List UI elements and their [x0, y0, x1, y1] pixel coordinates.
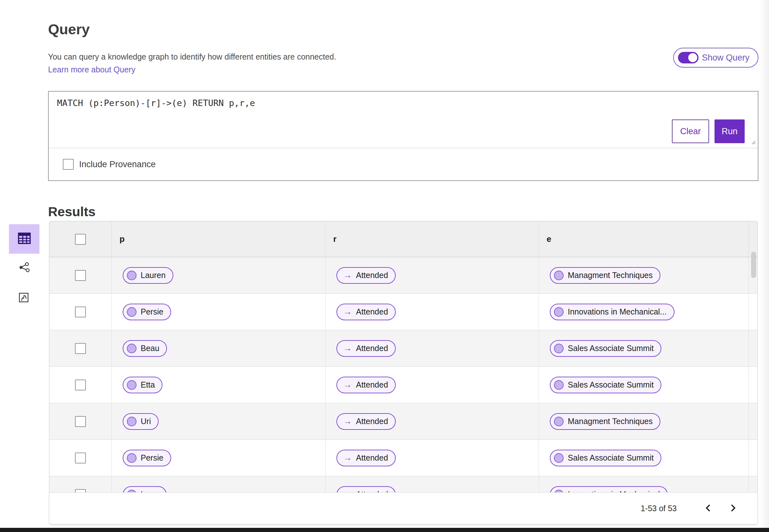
entity-label: Sales Associate Summit [568, 344, 654, 353]
map-view-icon [18, 291, 30, 305]
include-provenance-checkbox[interactable] [63, 159, 74, 170]
entity-pill[interactable]: Sales Associate Summit [550, 377, 661, 393]
entity-pill[interactable]: Persie [123, 304, 171, 320]
row-checkbox[interactable] [75, 489, 86, 493]
window-bottom-bar [0, 528, 769, 532]
toggle-knob [688, 53, 697, 62]
page-description: You can query a knowledge graph to ident… [48, 52, 336, 61]
query-editor[interactable]: MATCH (p:Person)-[r]->(e) RETURN p,r,e [49, 92, 758, 148]
entity-pill[interactable]: Lauren [123, 267, 173, 284]
table-row: Persie →Attended Innovations in Mechanic… [49, 293, 757, 330]
entity-pill[interactable]: Beau [123, 340, 167, 357]
entity-label: Innovations in Mechanical... [568, 307, 667, 316]
entity-dot-icon [127, 490, 136, 493]
entity-pill[interactable]: Innovations in Mechanical [550, 486, 668, 493]
column-header-r: r [325, 234, 336, 244]
table-row: Beau →Attended Sales Associate Summit [49, 330, 757, 366]
show-query-label: Show Query [702, 53, 749, 63]
entity-label: Larry [141, 490, 159, 492]
entity-label: Persie [141, 453, 163, 462]
entity-dot-icon [554, 271, 564, 280]
chevron-left-icon [705, 504, 712, 513]
relation-pill[interactable]: →Attended [336, 450, 396, 466]
graph-view-icon [18, 261, 30, 274]
row-checkbox[interactable] [75, 453, 86, 463]
chevron-right-icon [730, 504, 737, 513]
entity-label: Persie [141, 307, 163, 316]
relation-label: Attended [356, 344, 388, 353]
entity-dot-icon [127, 380, 136, 390]
entity-dot-icon [127, 271, 136, 280]
view-graph-button[interactable] [15, 259, 33, 277]
run-button[interactable]: Run [715, 119, 745, 143]
arrow-right-icon: → [340, 271, 352, 280]
entity-pill[interactable]: Sales Associate Summit [550, 450, 661, 466]
entity-label: Etta [141, 380, 155, 389]
row-checkbox[interactable] [75, 343, 86, 354]
row-checkbox[interactable] [75, 270, 86, 281]
entity-dot-icon [554, 417, 564, 426]
table-scrollbar-thumb[interactable] [751, 252, 756, 278]
table-view-icon [17, 231, 32, 247]
entity-pill[interactable]: Etta [123, 377, 162, 393]
toggle-switch-icon[interactable] [678, 52, 699, 63]
learn-more-link[interactable]: Learn more about Query [48, 65, 135, 74]
entity-dot-icon [554, 344, 564, 353]
entity-dot-icon [127, 344, 136, 353]
query-panel: MATCH (p:Person)-[r]->(e) RETURN p,r,e I… [48, 91, 758, 181]
clear-button[interactable]: Clear [672, 119, 709, 143]
relation-pill[interactable]: →Attended [336, 377, 396, 393]
arrow-right-icon: → [340, 344, 352, 353]
relation-pill[interactable]: →Attended [336, 486, 396, 493]
resize-handle-icon[interactable] [750, 139, 756, 146]
entity-label: Sales Associate Summit [568, 453, 654, 462]
column-header-p: p [112, 234, 125, 244]
pagination-range-label: 1-53 of 53 [641, 504, 677, 513]
show-query-toggle[interactable]: Show Query [673, 48, 758, 68]
select-all-checkbox[interactable] [75, 234, 86, 245]
query-text[interactable]: MATCH (p:Person)-[r]->(e) RETURN p,r,e [57, 98, 745, 108]
relation-label: Attended [356, 417, 388, 426]
table-row: Uri →Attended Managment Techniques [49, 403, 757, 439]
entity-pill[interactable]: Larry [123, 486, 167, 493]
relation-pill[interactable]: →Attended [336, 413, 396, 430]
table-row: Etta →Attended Sales Associate Summit [49, 366, 757, 403]
arrow-right-icon: → [340, 381, 352, 389]
entity-dot-icon [554, 380, 564, 390]
row-checkbox[interactable] [75, 380, 86, 390]
entity-label: Uri [141, 417, 151, 426]
previous-page-button[interactable] [702, 502, 715, 515]
entity-pill[interactable]: Sales Associate Summit [550, 340, 661, 357]
entity-dot-icon [127, 453, 136, 463]
entity-dot-icon [127, 417, 136, 426]
page-title: Query [48, 21, 90, 38]
relation-label: Attended [356, 380, 388, 389]
view-map-button[interactable] [15, 289, 33, 307]
relation-pill[interactable]: →Attended [336, 304, 396, 320]
entity-dot-icon [127, 307, 136, 317]
results-title: Results [48, 204, 95, 219]
entity-pill[interactable]: Managment Techniques [550, 267, 660, 284]
relation-pill[interactable]: →Attended [336, 267, 396, 284]
entity-label: Beau [141, 344, 159, 353]
row-checkbox[interactable] [75, 416, 86, 427]
entity-label: Innovations in Mechanical [568, 490, 660, 492]
entity-dot-icon [554, 490, 564, 493]
query-controls: Include Provenance Clear Run [49, 148, 758, 180]
entity-pill[interactable]: Innovations in Mechanical... [550, 304, 675, 320]
relation-label: Attended [356, 453, 388, 462]
entity-pill[interactable]: Persie [123, 450, 171, 466]
results-table: p r e Lauren →Attended Managment Techniq… [49, 221, 758, 492]
view-table-button[interactable] [9, 224, 39, 254]
row-checkbox[interactable] [75, 307, 86, 317]
next-page-button[interactable] [727, 502, 740, 515]
entity-dot-icon [554, 307, 564, 317]
arrow-right-icon: → [340, 417, 352, 426]
entity-pill[interactable]: Managment Techniques [550, 413, 660, 430]
table-pagination-footer: 1-53 of 53 [49, 492, 758, 524]
arrow-right-icon: → [340, 307, 352, 316]
entity-pill[interactable]: Uri [123, 413, 159, 430]
entity-label: Managment Techniques [568, 417, 653, 426]
relation-pill[interactable]: →Attended [336, 340, 396, 357]
table-row: Lauren →Attended Managment Techniques [49, 257, 757, 293]
